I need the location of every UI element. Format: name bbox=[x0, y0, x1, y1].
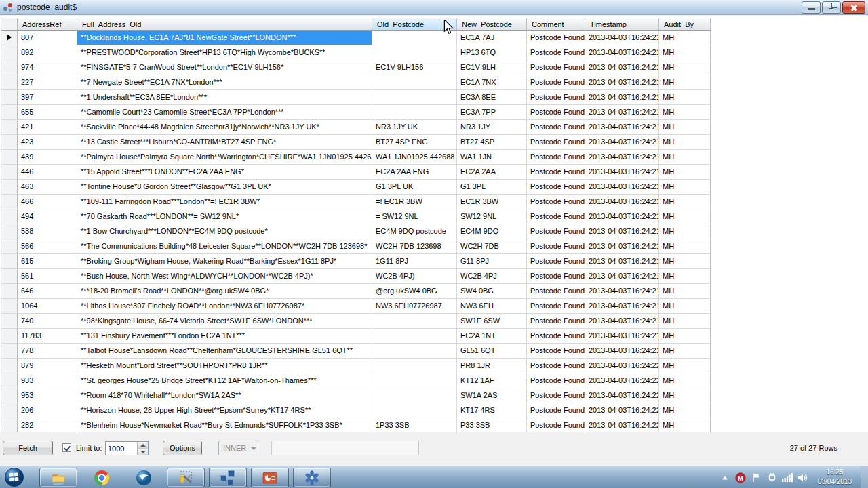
grid-cell[interactable]: Postcode Found bbox=[527, 224, 585, 239]
action-center-flag-icon[interactable] bbox=[751, 472, 762, 483]
grid-cell[interactable]: PR8 1JR bbox=[457, 359, 527, 373]
taskbar-button-devtool[interactable] bbox=[167, 468, 205, 487]
grid-cell[interactable]: **St. georges House*25 Bridge Street*KT1… bbox=[77, 373, 372, 388]
grid-corner-cell[interactable] bbox=[1, 18, 18, 30]
grid-cell[interactable]: 892 bbox=[18, 45, 77, 60]
grid-cell[interactable]: 421 bbox=[18, 120, 77, 135]
grid-cell[interactable]: 1064 bbox=[18, 299, 77, 314]
grid-cell[interactable] bbox=[372, 45, 457, 60]
grid-cell[interactable]: 615 bbox=[18, 254, 77, 269]
grid-cell[interactable]: 2013-04-03T16:24:21 bbox=[585, 329, 659, 344]
grid-cell[interactable]: Postcode Found bbox=[527, 388, 585, 403]
join-select[interactable]: INNER bbox=[218, 441, 260, 455]
grid-cell[interactable]: 974 bbox=[18, 60, 77, 75]
grid-cell[interactable]: =! EC1R 3BW bbox=[372, 195, 457, 209]
grid-cell[interactable]: **15 Appold Street***LONDON**EC2A 2AA EN… bbox=[77, 165, 372, 180]
column-header-timestamp[interactable]: Timestamp bbox=[585, 18, 659, 30]
grid-cell[interactable]: Postcode Found bbox=[527, 90, 585, 105]
grid-cell[interactable]: 1G11 8PJ bbox=[372, 254, 457, 269]
grid-cell[interactable]: 933 bbox=[18, 373, 77, 388]
grid-cell[interactable]: 2013-04-03T16:24:21 bbox=[585, 299, 659, 314]
row-selector[interactable] bbox=[1, 269, 18, 284]
grid-cell[interactable]: MH bbox=[659, 314, 711, 329]
grid-cell[interactable]: 423 bbox=[18, 135, 77, 150]
hidden-icons-button[interactable] bbox=[719, 472, 730, 483]
grid-cell[interactable]: 2013-04-03T16:24:21 bbox=[585, 209, 659, 224]
grid-cell[interactable]: 463 bbox=[18, 180, 77, 195]
column-header-full_address_old[interactable]: Full_Address_Old bbox=[77, 18, 372, 30]
row-selector[interactable] bbox=[1, 45, 18, 60]
grid-cell[interactable]: 2013-04-03T16:24:21 bbox=[585, 60, 659, 75]
grid-cell[interactable]: 2013-04-03T16:24:22 bbox=[585, 359, 659, 373]
row-selector[interactable] bbox=[1, 254, 18, 269]
column-header-new_postcode[interactable]: New_Postcode bbox=[457, 18, 527, 30]
grid-cell[interactable]: MH bbox=[659, 135, 711, 150]
grid-cell[interactable]: 566 bbox=[18, 239, 77, 254]
grid-cell[interactable]: **109-111 Farringdon Road***London**=! E… bbox=[77, 195, 372, 209]
grid-cell[interactable]: WA1 1JN01925 442688 bbox=[372, 150, 457, 165]
grid-cell[interactable]: 227 bbox=[18, 75, 77, 90]
grid-cell[interactable]: 561 bbox=[18, 269, 77, 284]
grid-cell[interactable]: Postcode Found bbox=[527, 373, 585, 388]
grid-cell[interactable]: **Room 418*70 Whitehall**London*SW1A 2AS… bbox=[77, 388, 372, 403]
grid-cell[interactable]: MH bbox=[659, 269, 711, 284]
grid-cell[interactable]: **Talbot House*Lansdown Road**Cheltenham… bbox=[77, 344, 372, 359]
grid-cell[interactable]: = SW12 9NL bbox=[372, 209, 457, 224]
grid-cell[interactable]: 466 bbox=[18, 195, 77, 209]
grid-cell[interactable]: MH bbox=[659, 299, 711, 314]
row-selector[interactable] bbox=[1, 329, 18, 344]
grid-cell[interactable]: **PRESTWOOD*Corporation Street*HP13 6TQ*… bbox=[77, 45, 372, 60]
grid-cell[interactable]: MH bbox=[659, 150, 711, 165]
grid-cell[interactable]: **1 Undershaft**EC3A 8EE*London*** bbox=[77, 90, 372, 105]
grid-cell[interactable]: EC1A 7NX bbox=[457, 75, 527, 90]
grid-cell[interactable]: WC2B 4PJ) bbox=[372, 269, 457, 284]
grid-cell[interactable]: Postcode Found bbox=[527, 30, 585, 45]
row-selector[interactable] bbox=[1, 403, 18, 418]
grid-cell[interactable]: Postcode Found bbox=[527, 314, 585, 329]
grid-cell[interactable]: **1 Bow Churchyard***LONDON**EC4M 9DQ po… bbox=[77, 224, 372, 239]
grid-cell[interactable]: 2013-04-03T16:24:21 bbox=[585, 195, 659, 209]
grid-cell[interactable]: **Blenheim House*Newmarket Road**Bury St… bbox=[77, 418, 372, 433]
grid-cell[interactable]: BT27 4SP ENG bbox=[372, 135, 457, 150]
grid-cell[interactable]: **13 Castle Street***Lisburn*CO-ANTRIM*B… bbox=[77, 135, 372, 150]
grid-cell[interactable]: 2013-04-03T16:24:21 bbox=[585, 314, 659, 329]
volume-icon[interactable] bbox=[797, 472, 808, 483]
grid-cell[interactable]: 2013-04-03T16:24:21 bbox=[585, 120, 659, 135]
row-selector[interactable] bbox=[1, 150, 18, 165]
grid-cell[interactable]: MH bbox=[659, 90, 711, 105]
taskbar-button-flower-app[interactable] bbox=[293, 468, 331, 487]
grid-cell[interactable]: 538 bbox=[18, 224, 77, 239]
grid-cell[interactable]: **FINSGATE*5-7 CranWood Street**London**… bbox=[77, 60, 372, 75]
row-selector[interactable] bbox=[1, 373, 18, 388]
row-selector[interactable] bbox=[1, 299, 18, 314]
grid-cell[interactable]: 655 bbox=[18, 105, 77, 120]
row-selector[interactable] bbox=[1, 135, 18, 150]
grid-cell[interactable] bbox=[372, 75, 457, 90]
grid-cell[interactable]: MH bbox=[659, 344, 711, 359]
grid-cell[interactable]: WC2H 7DB 123698 bbox=[372, 239, 457, 254]
filter-textbox[interactable] bbox=[271, 441, 419, 455]
row-selector[interactable] bbox=[1, 418, 18, 433]
grid-cell[interactable]: **Broking Group*Wigham House, Wakering R… bbox=[77, 254, 372, 269]
grid-cell[interactable]: G11 8PJ bbox=[457, 254, 527, 269]
grid-cell[interactable] bbox=[372, 403, 457, 418]
grid-cell[interactable]: SW12 9NL bbox=[457, 209, 527, 224]
grid-cell[interactable]: NW3 6EH07726987 bbox=[372, 299, 457, 314]
grid-cell[interactable]: Postcode Found bbox=[527, 284, 585, 299]
grid-cell[interactable]: **131 Finsbury Pavement***London EC2A 1N… bbox=[77, 329, 372, 344]
show-desktop-button[interactable] bbox=[861, 466, 868, 488]
grid-cell[interactable]: EC2A 1NT bbox=[457, 329, 527, 344]
grid-cell[interactable]: MH bbox=[659, 45, 711, 60]
grid-cell[interactable] bbox=[372, 90, 457, 105]
grid-cell[interactable]: 446 bbox=[18, 165, 77, 180]
grid-cell[interactable]: 282 bbox=[18, 418, 77, 433]
grid-cell[interactable]: 2013-04-03T16:24:21 bbox=[585, 75, 659, 90]
grid-cell[interactable]: G1 3PL bbox=[457, 180, 527, 195]
grid-cell[interactable]: Postcode Found bbox=[527, 254, 585, 269]
grid-cell[interactable]: MH bbox=[659, 195, 711, 209]
grid-cell[interactable]: 206 bbox=[18, 403, 77, 418]
grid-cell[interactable]: Postcode Found bbox=[527, 75, 585, 90]
grid-cell[interactable] bbox=[372, 373, 457, 388]
grid-cell[interactable]: Postcode Found bbox=[527, 45, 585, 60]
grid-cell[interactable]: 740 bbox=[18, 314, 77, 329]
